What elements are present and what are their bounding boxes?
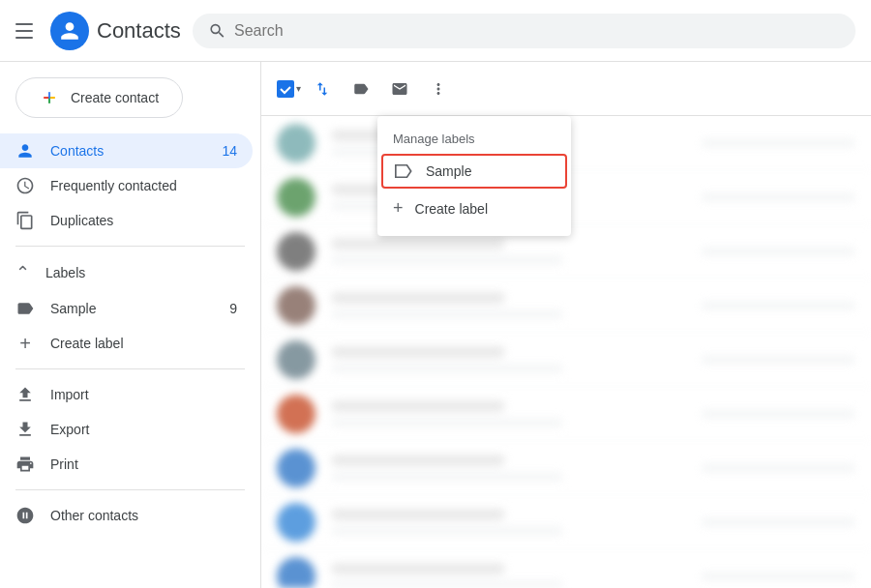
labels-section-header[interactable]: ⌃ Labels [0, 254, 260, 291]
email-button[interactable] [382, 72, 417, 106]
sidebar-item-import[interactable]: Import [0, 377, 253, 412]
import-label: Import [50, 387, 89, 402]
avatar [277, 286, 315, 325]
label-icon [15, 299, 35, 318]
duplicates-label: Duplicates [50, 213, 113, 228]
contact-info [331, 400, 685, 427]
search-icon [208, 21, 226, 41]
avatar [277, 395, 315, 433]
create-contact-button[interactable]: Create contact [15, 77, 183, 118]
top-bar: Contacts [0, 0, 871, 62]
create-label-text: Create label [50, 336, 124, 351]
table-row [261, 333, 871, 387]
contact-info [331, 238, 685, 265]
content-area: ▾ [261, 62, 871, 588]
export-label: Export [50, 422, 89, 437]
contacts-count: 14 [222, 143, 237, 159]
contact-info [331, 455, 685, 482]
sidebar-item-create-label[interactable]: + Create label [0, 326, 253, 361]
other-contacts-icon [15, 506, 35, 525]
sample-label-icon [395, 163, 414, 179]
contact-extra [701, 192, 856, 202]
contact-email [331, 580, 563, 589]
sidebar: Create contact Contacts 14 Frequently co… [0, 62, 261, 588]
contact-email [331, 472, 563, 482]
contact-extra [701, 409, 856, 419]
contact-name [331, 509, 505, 520]
plus-multicolor-icon [40, 88, 59, 107]
logo-area: Contacts [50, 12, 181, 50]
avatar [277, 557, 315, 589]
sample-count: 9 [229, 301, 237, 316]
avatar [277, 124, 315, 162]
toolbar: ▾ [261, 62, 871, 116]
sidebar-item-other-contacts[interactable]: Other contacts [0, 498, 253, 533]
sidebar-item-export[interactable]: Export [0, 412, 253, 447]
avatar [277, 503, 315, 542]
select-all-group[interactable]: ▾ [277, 80, 301, 98]
create-label-plus-icon: + [393, 198, 404, 219]
contact-info [331, 509, 685, 536]
contact-extra [701, 517, 856, 527]
contact-info [331, 292, 685, 319]
table-row [261, 387, 871, 441]
dropdown-create-label[interactable]: + Create label [377, 189, 571, 228]
import-icon [15, 385, 35, 404]
avatar [277, 340, 315, 379]
contacts-label: Contacts [50, 143, 104, 159]
avatar [277, 449, 315, 487]
sample-item-label: Sample [426, 163, 471, 179]
avatar [277, 178, 315, 217]
contact-name [331, 346, 505, 358]
sidebar-item-duplicates[interactable]: Duplicates [0, 203, 253, 238]
more-button[interactable] [421, 72, 456, 106]
hamburger-menu[interactable] [15, 19, 39, 43]
sidebar-divider-1 [15, 246, 245, 247]
sidebar-item-frequently-contacted[interactable]: Frequently contacted [0, 168, 253, 203]
dropdown-title: Manage labels [377, 124, 571, 154]
contact-name [331, 292, 505, 304]
sidebar-item-contacts[interactable]: Contacts 14 [0, 133, 253, 168]
contacts-icon [15, 141, 35, 161]
select-all-checkbox[interactable] [277, 80, 294, 98]
create-label-dropdown-text: Create label [415, 201, 489, 217]
sample-label: Sample [50, 301, 96, 316]
contact-name [331, 400, 505, 412]
contact-email [331, 255, 563, 265]
search-bar[interactable] [193, 14, 856, 48]
avatar [277, 232, 315, 271]
contact-extra [701, 463, 856, 473]
label-button[interactable] [344, 72, 378, 106]
main-layout: Create contact Contacts 14 Frequently co… [0, 62, 871, 588]
table-row [261, 549, 871, 588]
frequently-contacted-label: Frequently contacted [50, 178, 177, 193]
contact-extra [701, 138, 856, 148]
table-row [261, 441, 871, 495]
contact-name [331, 563, 505, 574]
print-icon [15, 455, 35, 474]
contact-email [331, 309, 563, 319]
clock-icon [15, 176, 35, 195]
contact-name [331, 455, 505, 466]
contact-extra [701, 572, 856, 581]
contact-extra [701, 247, 856, 256]
sidebar-item-sample[interactable]: Sample 9 [0, 291, 253, 326]
contact-info [331, 346, 685, 373]
contact-extra [701, 355, 856, 365]
table-row [261, 279, 871, 333]
add-label-icon: + [15, 334, 35, 353]
export-icon [15, 420, 35, 439]
sort-button[interactable] [305, 72, 340, 106]
sidebar-divider-2 [15, 368, 245, 369]
create-contact-label: Create contact [71, 90, 159, 105]
manage-labels-dropdown: Manage labels Sample + Create label [377, 116, 571, 236]
contact-info [331, 563, 685, 589]
select-dropdown-arrow[interactable]: ▾ [296, 83, 301, 94]
duplicates-icon [15, 211, 35, 230]
other-contacts-label: Other contacts [50, 508, 138, 523]
dropdown-item-sample[interactable]: Sample [381, 154, 567, 189]
search-input[interactable] [234, 22, 840, 40]
sidebar-item-print[interactable]: Print [0, 447, 253, 482]
table-row [261, 495, 871, 549]
contact-extra [701, 301, 856, 310]
